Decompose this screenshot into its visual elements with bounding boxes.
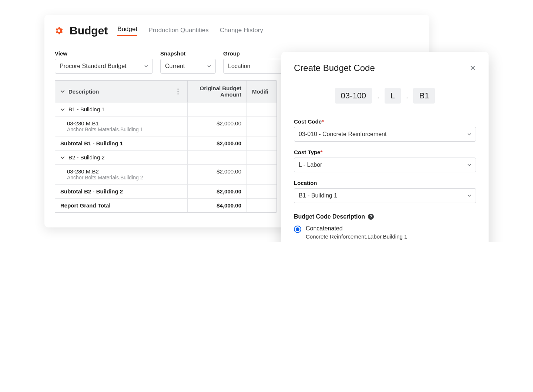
group-header-row[interactable]: B2 - Building 2	[55, 151, 276, 165]
column-menu-icon[interactable]: ⋮	[174, 89, 182, 93]
tab-production-quantities[interactable]: Production Quantities	[148, 27, 209, 36]
location-label: Location	[294, 180, 476, 186]
dot-separator: .	[406, 92, 408, 100]
caret-down-icon	[467, 132, 471, 136]
view-select[interactable]: Procore Standard Budget	[55, 59, 153, 74]
help-icon[interactable]: ?	[368, 214, 374, 220]
table-body: B1 - Building 1 03-230.M.B1 Anchor Bolts…	[55, 102, 276, 212]
col-original-amount[interactable]: Original Budget Amount	[188, 81, 247, 102]
modal-title: Create Budget Code	[294, 63, 375, 73]
chevron-down-icon	[60, 107, 65, 112]
cost-type-select[interactable]: L - Labor	[294, 158, 476, 172]
item-amount: $2,000.00	[188, 165, 247, 184]
subtotal-amount: $2,000.00	[188, 136, 247, 150]
chevron-down-icon	[60, 89, 65, 94]
radio-concatenated-row: Concatenated Concrete Reinforcement.Labo…	[294, 225, 476, 240]
cost-code-label: Cost Code*	[294, 118, 476, 125]
cost-type-label: Cost Type*	[294, 149, 476, 155]
col-original-amount-label: Original Budget Amount	[193, 85, 241, 98]
table-row[interactable]: 03-230.M.B2 Anchor Bolts.Materials.Build…	[55, 165, 276, 185]
group-header-label: B1 - Building 1	[68, 106, 105, 112]
col-modifi[interactable]: Modifi	[247, 81, 276, 102]
close-icon[interactable]: ✕	[470, 64, 476, 72]
caret-down-icon	[207, 64, 211, 68]
item-amount: $2,000.00	[188, 116, 247, 136]
caret-down-icon	[467, 163, 471, 167]
desc-section-label: Budget Code Description ?	[294, 213, 476, 220]
filter-view: View Procore Standard Budget	[55, 50, 153, 74]
gear-icon[interactable]	[55, 27, 63, 35]
code-preview: 03-100 . L . B1	[294, 88, 476, 104]
col-description-label: Description	[68, 88, 99, 95]
create-budget-code-modal: Create Budget Code ✕ 03-100 . L . B1 Cos…	[281, 52, 489, 242]
location-value: B1 - Building 1	[299, 192, 337, 199]
filter-group-label: Group	[223, 50, 290, 57]
budget-table: Description ⋮ Original Budget Amount Mod…	[55, 80, 277, 213]
filter-group: Group Location	[223, 50, 290, 74]
code-seg-1: 03-100	[335, 88, 372, 104]
subtotal-row: Subtotal B1 - Building 1 $2,000.00	[55, 136, 276, 151]
radio-concatenated[interactable]	[294, 226, 301, 233]
caret-down-icon	[467, 194, 471, 197]
grand-total-amount: $4,000.00	[188, 199, 247, 212]
caret-down-icon	[144, 64, 148, 68]
grand-total-row: Report Grand Total $4,000.00	[55, 199, 276, 212]
item-desc: Anchor Bolts.Materials.Building 2	[67, 175, 182, 180]
subtotal-label: Subtotal B1 - Building 1	[55, 136, 188, 150]
concat-preview: Concrete Reinforcement.Labor.Building 1	[306, 233, 476, 240]
group-select-value: Location	[228, 63, 251, 70]
snapshot-select-value: Current	[165, 63, 185, 70]
dot-separator: .	[377, 92, 379, 100]
grand-total-label: Report Grand Total	[55, 199, 188, 212]
subtotal-label: Subtotal B2 - Building 2	[55, 185, 188, 198]
radio-concatenated-label: Concatenated	[306, 225, 476, 232]
cost-code-select[interactable]: 03-010 - Concrete Reinforcement	[294, 127, 476, 142]
tabs: Budget Production Quantities Change Hist…	[117, 26, 263, 36]
field-cost-type: Cost Type* L - Labor	[294, 149, 476, 172]
cost-type-value: L - Labor	[299, 162, 322, 168]
item-code: 03-230.M.B1	[67, 120, 182, 126]
group-header-row[interactable]: B1 - Building 1	[55, 102, 276, 116]
filter-snapshot: Snapshot Current	[160, 50, 216, 74]
header-row: Budget Budget Production Quantities Chan…	[55, 24, 419, 37]
group-select[interactable]: Location	[223, 59, 290, 74]
modal-header: Create Budget Code ✕	[294, 63, 476, 73]
code-seg-3: B1	[413, 88, 435, 104]
snapshot-select[interactable]: Current	[160, 59, 216, 74]
tab-budget[interactable]: Budget	[117, 26, 137, 36]
page-title: Budget	[70, 24, 108, 37]
col-description[interactable]: Description ⋮	[55, 81, 188, 102]
col-modifi-label: Modifi	[252, 88, 268, 95]
filter-view-label: View	[55, 50, 153, 57]
table-row[interactable]: 03-230.M.B1 Anchor Bolts.Materials.Build…	[55, 116, 276, 136]
tab-change-history[interactable]: Change History	[220, 27, 263, 36]
field-cost-code: Cost Code* 03-010 - Concrete Reinforceme…	[294, 118, 476, 142]
filter-snapshot-label: Snapshot	[160, 50, 216, 57]
item-desc: Anchor Bolts.Materials.Building 1	[67, 126, 182, 132]
subtotal-row: Subtotal B2 - Building 2 $2,000.00	[55, 185, 276, 199]
group-header-label: B2 - Building 2	[68, 154, 105, 160]
subtotal-amount: $2,000.00	[188, 185, 247, 198]
chevron-down-icon	[60, 155, 65, 160]
location-select[interactable]: B1 - Building 1	[294, 188, 476, 203]
cost-code-value: 03-010 - Concrete Reinforcement	[299, 131, 386, 138]
view-select-value: Procore Standard Budget	[60, 63, 127, 70]
item-code: 03-230.M.B2	[67, 168, 182, 175]
field-location: Location B1 - Building 1	[294, 180, 476, 203]
table-header: Description ⋮ Original Budget Amount Mod…	[55, 81, 276, 102]
code-seg-2: L	[385, 88, 401, 104]
